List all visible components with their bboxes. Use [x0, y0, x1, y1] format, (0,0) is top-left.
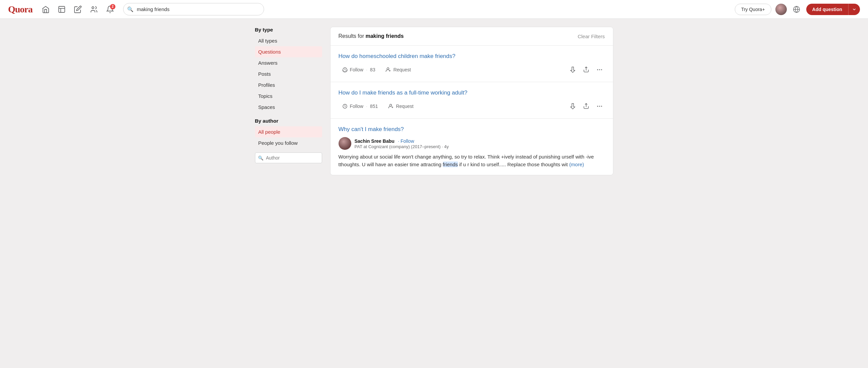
feed-nav-icon[interactable] — [55, 3, 68, 16]
share-button-q1[interactable] — [581, 64, 592, 75]
svg-point-19 — [601, 106, 602, 107]
svg-point-18 — [599, 106, 600, 107]
share-icon-q2 — [583, 103, 590, 110]
sidebar-item-posts[interactable]: Posts — [255, 68, 322, 79]
edit-icon — [74, 5, 82, 13]
result-item-q1: How do homeschooled children make friend… — [331, 45, 613, 82]
more-button-q1[interactable] — [594, 64, 605, 75]
downvote-icon-q2 — [569, 103, 576, 110]
header: Quora — [0, 0, 868, 19]
search-bar: 🔍 — [123, 3, 264, 15]
main-layout: By type All types Questions Answers Post… — [250, 27, 619, 175]
sidebar-item-all-people[interactable]: All people — [255, 126, 322, 137]
people-icon — [90, 5, 98, 13]
highlight-friends-q3: friends — [383, 126, 401, 132]
result-question-link-q1[interactable]: How do homeschooled children make friend… — [339, 52, 605, 60]
notification-nav-icon[interactable]: 2 — [104, 3, 117, 16]
result-actions-q1: Follow · 83 Request — [339, 64, 605, 75]
sidebar-item-spaces[interactable]: Spaces — [255, 102, 322, 112]
sidebar-item-all-types[interactable]: All types — [255, 35, 322, 46]
result-author-row-q3: Sachin Sree Babu · Follow PAT at Cogniza… — [339, 137, 605, 150]
sidebar-item-people-you-follow[interactable]: People you follow — [255, 137, 322, 148]
author-info-q3: Sachin Sree Babu · Follow PAT at Cogniza… — [355, 138, 449, 149]
svg-point-10 — [597, 69, 598, 70]
results-query: making friends — [365, 33, 404, 39]
follow-button-q2[interactable]: Follow · 851 — [339, 102, 381, 110]
follow-count-q2: 851 — [370, 104, 378, 109]
sidebar: By type All types Questions Answers Post… — [255, 27, 322, 175]
sidebar-item-answers[interactable]: Answers — [255, 57, 322, 68]
follow-label-q2: Follow — [350, 104, 363, 109]
sidebar-item-topics[interactable]: Topics — [255, 91, 322, 102]
result-actions-q2: Follow · 851 Request — [339, 101, 605, 111]
author-name-q3[interactable]: Sachin Sree Babu — [355, 138, 395, 144]
more-icon-q1 — [596, 66, 603, 73]
highlight-friends-q2: friends — [378, 90, 395, 96]
author-search: 🔍 — [255, 153, 322, 163]
quora-logo[interactable]: Quora — [8, 4, 33, 15]
home-nav-icon[interactable] — [39, 3, 52, 16]
clear-filters-button[interactable]: Clear Filters — [578, 34, 605, 39]
result-snippet-q3: Worrying about ur social life won't chan… — [339, 153, 605, 168]
result-question-link-q3[interactable]: Why can't I make friends? — [339, 125, 605, 133]
downvote-button-q2[interactable] — [567, 101, 578, 111]
svg-point-6 — [387, 68, 389, 70]
sidebar-item-questions[interactable]: Questions — [255, 46, 322, 57]
add-question-dropdown-button[interactable] — [848, 4, 860, 15]
highlight-friends-snippet-q3: friends — [443, 162, 458, 167]
main-nav: 2 — [39, 3, 117, 16]
try-quora-button[interactable]: Try Quora+ — [735, 4, 771, 15]
language-icon[interactable] — [791, 4, 802, 15]
result-question-link-q2[interactable]: How do I make friends as a full-time wor… — [339, 89, 605, 97]
author-search-input[interactable] — [255, 153, 322, 163]
author-meta-q3: PAT at Cognizant (company) (2017–present… — [355, 144, 449, 149]
chevron-down-icon — [852, 7, 857, 12]
result-item-q2: How do I make friends as a full-time wor… — [331, 82, 613, 119]
write-nav-icon[interactable] — [71, 3, 84, 16]
share-button-q2[interactable] — [581, 101, 592, 111]
home-icon — [41, 5, 50, 13]
user-avatar[interactable] — [775, 4, 787, 15]
follow-icon-q2 — [342, 103, 348, 109]
author-search-icon: 🔍 — [258, 156, 264, 161]
follow-icon-q1 — [342, 67, 348, 73]
by-author-title: By author — [255, 118, 322, 124]
request-label-q1: Request — [393, 67, 411, 72]
author-follow-button-q3[interactable]: · Follow — [398, 138, 414, 144]
more-button-q2[interactable] — [594, 101, 605, 111]
add-question-button[interactable]: Add question — [806, 4, 848, 15]
action-dot-q1: · — [366, 67, 367, 72]
search-icon: 🔍 — [127, 6, 133, 12]
header-right: Try Quora+ Add question — [735, 4, 860, 15]
svg-point-3 — [92, 7, 94, 9]
notification-badge: 2 — [110, 4, 116, 9]
highlight-friends-q1: friends — [435, 53, 452, 59]
results-title: Results for making friends — [339, 33, 404, 39]
follow-label-q1: Follow — [350, 67, 363, 72]
share-icon-q1 — [583, 66, 590, 73]
request-label-q2: Request — [396, 104, 413, 109]
result-right-actions-q2 — [567, 101, 605, 111]
svg-rect-0 — [59, 6, 65, 12]
follow-count-q1: 83 — [370, 67, 375, 72]
result-item-q3: Why can't I make friends? Sachin Sree Ba… — [331, 119, 613, 175]
svg-point-11 — [599, 69, 600, 70]
results-prefix: Results for — [339, 33, 366, 39]
spaces-nav-icon[interactable] — [88, 3, 100, 16]
sidebar-item-profiles[interactable]: Profiles — [255, 79, 322, 91]
svg-point-12 — [601, 69, 602, 70]
downvote-icon-q1 — [569, 66, 576, 73]
results-header: Results for making friends Clear Filters — [331, 27, 613, 45]
downvote-button-q1[interactable] — [567, 64, 578, 75]
request-button-q2[interactable]: Request — [384, 102, 417, 110]
svg-point-17 — [597, 106, 598, 107]
follow-button-q1[interactable]: Follow · 83 — [339, 65, 379, 74]
search-input[interactable] — [123, 3, 264, 15]
globe-icon — [793, 6, 800, 13]
result-right-actions-q1 — [567, 64, 605, 75]
request-button-q1[interactable]: Request — [382, 65, 414, 74]
by-type-title: By type — [255, 27, 322, 33]
add-question-wrapper: Add question — [806, 4, 860, 15]
more-button-q3[interactable]: (more) — [569, 162, 584, 167]
author-name-row-q3: Sachin Sree Babu · Follow — [355, 138, 449, 144]
